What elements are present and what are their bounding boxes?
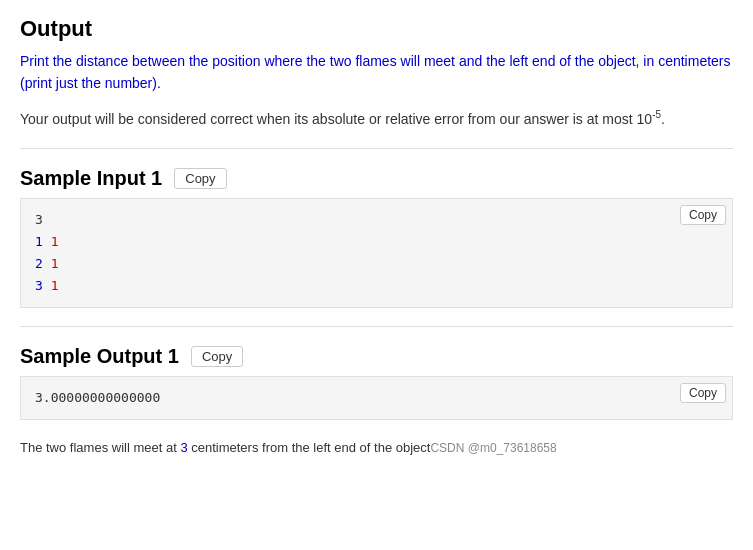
sample-output-copy-button[interactable]: Copy [191, 346, 243, 367]
input-l4-c1: 3 [35, 278, 43, 293]
sample-input-title: Sample Input 1 [20, 167, 162, 190]
sample-output-code-block: Copy 3.00000000000000 [20, 376, 733, 420]
input-line-4: 3 1 [35, 275, 718, 297]
error-note: Your output will be considered correct w… [20, 107, 733, 130]
error-note-prefix: Your output will be considered correct w… [20, 110, 652, 126]
input-line-2: 1 1 [35, 231, 718, 253]
sample-input-header: Sample Input 1 Copy [20, 167, 733, 190]
error-note-suffix: . [661, 110, 665, 126]
footer-number: 3 [180, 440, 187, 455]
footer-note: The two flames will meet at 3 centimeter… [20, 438, 733, 458]
sample-output-title: Sample Output 1 [20, 345, 179, 368]
input-l2-c2: 1 [51, 234, 59, 249]
input-l3-c1: 2 [35, 256, 43, 271]
input-l2-c1: 1 [35, 234, 43, 249]
footer-prefix: The two flames will meet at [20, 440, 180, 455]
footer-suffix: centimeters from the left end of the obj… [188, 440, 431, 455]
watermark: CSDN @m0_73618658 [430, 441, 556, 455]
sample-output-inner-copy-button[interactable]: Copy [680, 383, 726, 403]
output-description: Print the distance between the position … [20, 50, 733, 95]
sample-input-copy-button[interactable]: Copy [174, 168, 226, 189]
sample-input-code-block: Copy 3 1 1 2 1 3 1 [20, 198, 733, 308]
output-section: Output Print the distance between the po… [20, 16, 733, 130]
input-l4-c2: 1 [51, 278, 59, 293]
input-line-1: 3 [35, 209, 718, 231]
output-title: Output [20, 16, 733, 42]
input-line-3: 2 1 [35, 253, 718, 275]
sample-input-inner-copy-button[interactable]: Copy [680, 205, 726, 225]
output-desc-text: Print the distance between the position … [20, 53, 731, 91]
sample-output-section: Sample Output 1 Copy Copy 3.000000000000… [20, 345, 733, 420]
divider-2 [20, 326, 733, 327]
error-exponent: -5 [652, 109, 661, 120]
sample-input-section: Sample Input 1 Copy Copy 3 1 1 2 1 3 1 [20, 167, 733, 308]
output-value-line: 3.00000000000000 [35, 387, 718, 409]
input-l3-c2: 1 [51, 256, 59, 271]
sample-output-header: Sample Output 1 Copy [20, 345, 733, 368]
divider-1 [20, 148, 733, 149]
